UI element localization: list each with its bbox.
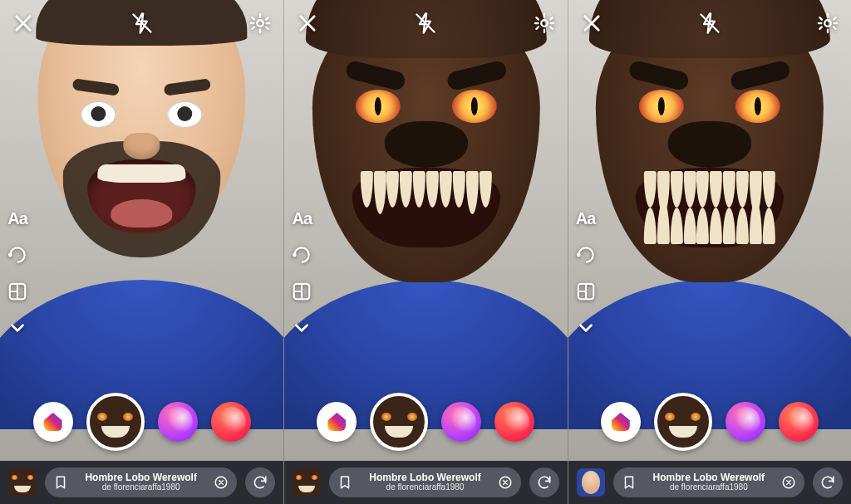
boomerang-tool-icon[interactable] [7, 244, 28, 266]
filter-chip-create[interactable] [601, 402, 641, 442]
story-topbar [568, 0, 851, 46]
camera-panel-3: Aa Hombre Lobo Werewolf de florenciaraff… [568, 0, 851, 504]
text-tool-icon[interactable]: Aa [575, 208, 597, 229]
filter-chip-alt-1[interactable] [158, 402, 198, 442]
filter-info-text: Hombre Lobo Werewolf de florenciaraffa19… [645, 472, 773, 492]
layout-tool-icon[interactable] [7, 281, 28, 302]
layout-tool-icon[interactable] [575, 281, 597, 302]
filter-title: Hombre Lobo Werewolf [361, 472, 489, 483]
flash-off-icon[interactable] [414, 12, 437, 35]
filter-chip-create[interactable] [33, 402, 73, 442]
svg-point-0 [258, 20, 263, 26]
more-tools-chevron-down-icon[interactable] [575, 317, 597, 339]
svg-point-5 [293, 254, 296, 257]
switch-camera-button[interactable] [529, 467, 559, 497]
filter-info-bar: Hombre Lobo Werewolf de florenciaraffa19… [0, 461, 283, 504]
filter-chip-alt-2[interactable] [494, 402, 534, 442]
camera-preview [0, 0, 283, 429]
save-filter-icon[interactable] [622, 475, 637, 490]
filter-thumbnail[interactable] [577, 468, 605, 497]
close-icon[interactable] [580, 12, 603, 35]
svg-point-9 [578, 254, 580, 257]
filter-info-text: Hombre Lobo Werewolf de florenciaraffa19… [76, 472, 205, 492]
more-tools-chevron-down-icon[interactable] [7, 317, 28, 339]
save-filter-icon[interactable] [53, 475, 68, 490]
dismiss-filter-icon[interactable] [781, 475, 796, 490]
switch-camera-button[interactable] [813, 467, 843, 497]
home-gradient-icon [327, 413, 346, 431]
filter-carousel[interactable] [284, 389, 567, 454]
settings-gear-icon[interactable] [248, 12, 272, 35]
flash-off-icon[interactable] [698, 12, 721, 35]
story-tools: Aa [291, 208, 312, 339]
filter-chip-selected[interactable] [86, 393, 145, 451]
layout-tool-icon[interactable] [291, 281, 312, 302]
story-tools: Aa [7, 208, 28, 339]
filter-chip-create[interactable] [317, 402, 357, 442]
filter-info-pill[interactable]: Hombre Lobo Werewolf de florenciaraffa19… [45, 467, 237, 497]
filter-info-text: Hombre Lobo Werewolf de florenciaraffa19… [361, 472, 489, 492]
dismiss-filter-icon[interactable] [498, 475, 513, 490]
svg-point-1 [9, 254, 12, 257]
filter-chip-selected[interactable] [654, 393, 712, 451]
filter-chip-alt-2[interactable] [211, 402, 251, 442]
story-tools: Aa [575, 208, 597, 339]
dismiss-filter-icon[interactable] [214, 475, 229, 490]
more-tools-chevron-down-icon[interactable] [291, 317, 312, 339]
flash-off-icon[interactable] [130, 12, 154, 35]
text-tool-icon[interactable]: Aa [7, 208, 28, 229]
text-tool-icon[interactable]: Aa [291, 208, 312, 229]
filter-chip-alt-1[interactable] [441, 402, 481, 442]
svg-point-4 [541, 20, 547, 26]
svg-point-8 [824, 20, 830, 26]
boomerang-tool-icon[interactable] [291, 244, 312, 266]
camera-preview [284, 0, 567, 429]
filter-author: de florenciaraffa1980 [76, 483, 205, 492]
filter-chip-alt-2[interactable] [779, 402, 819, 442]
filter-carousel[interactable] [568, 389, 851, 454]
story-topbar [0, 0, 283, 46]
home-gradient-icon [612, 413, 630, 431]
camera-preview [568, 0, 851, 429]
filter-chip-alt-1[interactable] [726, 402, 765, 442]
filter-carousel[interactable] [0, 389, 283, 454]
filter-author: de florenciaraffa1980 [361, 483, 489, 492]
switch-camera-button[interactable] [245, 467, 275, 497]
filter-info-bar: Hombre Lobo Werewolf de florenciaraffa19… [284, 461, 567, 504]
settings-gear-icon[interactable] [816, 12, 839, 35]
filter-info-bar: Hombre Lobo Werewolf de florenciaraffa19… [568, 461, 851, 504]
home-gradient-icon [44, 413, 62, 431]
filter-author: de florenciaraffa1980 [645, 483, 773, 492]
filter-thumbnail[interactable] [8, 468, 37, 497]
close-icon[interactable] [296, 12, 319, 35]
story-topbar [284, 0, 567, 46]
camera-panel-1: Aa Hombre Lobo Werewolf [0, 0, 283, 504]
camera-panel-2: Aa Hombre Lobo Werewolf de florenciaraff… [283, 0, 567, 504]
settings-gear-icon[interactable] [533, 12, 556, 35]
filter-title: Hombre Lobo Werewolf [76, 472, 205, 483]
filter-title: Hombre Lobo Werewolf [645, 472, 773, 483]
filter-thumbnail[interactable] [293, 468, 321, 497]
close-icon[interactable] [12, 12, 35, 35]
boomerang-tool-icon[interactable] [575, 244, 597, 266]
filter-info-pill[interactable]: Hombre Lobo Werewolf de florenciaraffa19… [329, 467, 520, 497]
filter-chip-selected[interactable] [370, 393, 428, 451]
save-filter-icon[interactable] [337, 475, 352, 490]
filter-info-pill[interactable]: Hombre Lobo Werewolf de florenciaraffa19… [613, 467, 804, 497]
